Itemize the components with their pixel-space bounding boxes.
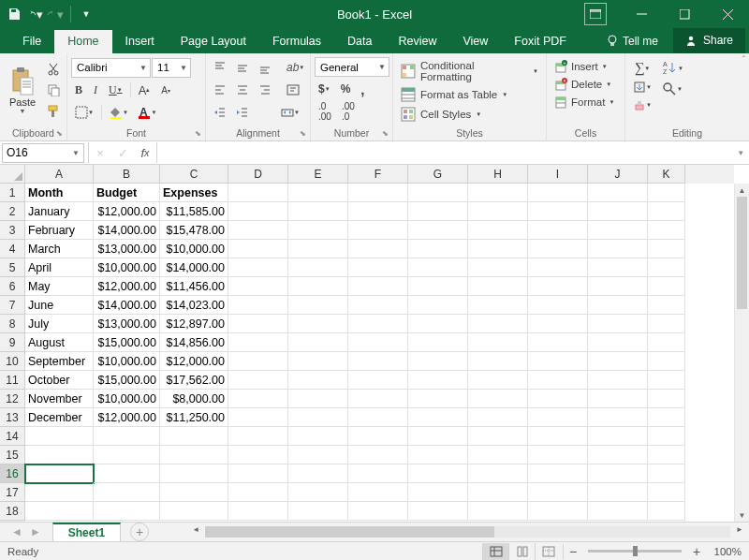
borders-icon[interactable]: ▼ <box>71 104 97 121</box>
cell[interactable] <box>288 277 348 296</box>
page-layout-view-icon[interactable] <box>508 543 535 560</box>
cell[interactable] <box>468 352 528 371</box>
cell[interactable] <box>648 464 685 483</box>
column-header[interactable]: C <box>160 165 228 184</box>
cell[interactable] <box>588 371 648 390</box>
cell[interactable] <box>528 446 588 464</box>
cell[interactable] <box>348 202 408 221</box>
sort-filter-icon[interactable]: AZ▼ <box>657 58 687 79</box>
cell[interactable] <box>528 352 588 371</box>
cell[interactable]: October <box>25 371 94 390</box>
cell[interactable] <box>468 446 528 464</box>
cell[interactable] <box>528 258 588 277</box>
cell[interactable] <box>588 258 648 277</box>
insert-function-icon[interactable]: fx <box>134 146 156 160</box>
cell[interactable] <box>348 408 408 427</box>
cell[interactable]: $14,856.00 <box>160 333 228 352</box>
accounting-format-icon[interactable]: $ ▼ <box>315 81 334 97</box>
zoom-in-button[interactable]: + <box>689 544 704 559</box>
row-header[interactable]: 7 <box>0 296 25 315</box>
cell[interactable] <box>288 483 348 502</box>
cell[interactable] <box>528 390 588 408</box>
cell[interactable] <box>408 483 468 502</box>
cell[interactable] <box>648 333 685 352</box>
cell[interactable]: $14,000.00 <box>94 221 160 240</box>
cell[interactable]: $13,000.00 <box>94 315 160 333</box>
cell[interactable]: $8,000.00 <box>160 390 228 408</box>
cell[interactable] <box>25 483 94 502</box>
cell[interactable] <box>408 184 468 202</box>
column-header[interactable]: I <box>528 165 588 184</box>
cell[interactable]: $11,585.00 <box>160 202 228 221</box>
increase-decimal-icon[interactable]: .0.00 <box>315 99 335 124</box>
cell[interactable]: March <box>25 240 94 258</box>
cell[interactable] <box>468 464 528 483</box>
tab-file[interactable]: File <box>9 30 54 53</box>
cell[interactable] <box>94 446 160 464</box>
cell[interactable] <box>94 502 160 521</box>
undo-icon[interactable]: ▾ <box>26 6 43 22</box>
cell[interactable] <box>528 315 588 333</box>
shrink-font-icon[interactable]: A▾ <box>157 83 174 97</box>
row-header[interactable]: 4 <box>0 240 25 258</box>
cell[interactable]: $10,000.00 <box>160 240 228 258</box>
cell[interactable] <box>288 202 348 221</box>
cell[interactable] <box>468 202 528 221</box>
cell[interactable] <box>228 427 288 446</box>
cell[interactable] <box>408 352 468 371</box>
row-header[interactable]: 14 <box>0 427 25 446</box>
row-header[interactable]: 3 <box>0 221 25 240</box>
cell[interactable] <box>348 315 408 333</box>
conditional-formatting-button[interactable]: Conditional Formatting▼ <box>397 58 542 84</box>
cell[interactable] <box>288 296 348 315</box>
cell[interactable] <box>348 502 408 521</box>
cell[interactable] <box>288 446 348 464</box>
align-left-icon[interactable] <box>210 81 230 98</box>
cell[interactable] <box>348 221 408 240</box>
cell[interactable] <box>588 390 648 408</box>
cell[interactable] <box>408 371 468 390</box>
cell[interactable]: December <box>25 408 94 427</box>
font-size-combo[interactable]: 11▼ <box>152 58 191 78</box>
cell[interactable] <box>588 221 648 240</box>
cell[interactable]: $15,000.00 <box>94 371 160 390</box>
tab-view[interactable]: View <box>449 30 501 53</box>
column-header[interactable]: D <box>228 165 288 184</box>
sheet-nav[interactable]: ◄► <box>0 525 52 538</box>
cell[interactable] <box>25 464 94 483</box>
cell[interactable] <box>160 464 228 483</box>
collapse-ribbon-icon[interactable]: ˆ <box>742 55 745 66</box>
cell[interactable] <box>468 277 528 296</box>
maximize-button[interactable] <box>663 0 706 28</box>
cell[interactable] <box>408 427 468 446</box>
cell[interactable] <box>528 371 588 390</box>
cell[interactable]: June <box>25 296 94 315</box>
minimize-button[interactable] <box>620 0 663 28</box>
cell[interactable] <box>228 371 288 390</box>
cell[interactable] <box>588 408 648 427</box>
cell[interactable] <box>468 371 528 390</box>
cell[interactable] <box>528 184 588 202</box>
cell[interactable]: Budget <box>94 184 160 202</box>
cell[interactable] <box>348 371 408 390</box>
wrap-text-icon[interactable] <box>283 81 303 98</box>
cell[interactable] <box>648 427 685 446</box>
cell[interactable] <box>408 258 468 277</box>
cell[interactable] <box>528 221 588 240</box>
cell[interactable] <box>160 502 228 521</box>
cell[interactable] <box>528 333 588 352</box>
font-color-icon[interactable]: A▼ <box>136 103 161 122</box>
scroll-up-icon[interactable]: ▲ <box>735 184 749 197</box>
cell[interactable] <box>648 446 685 464</box>
cell[interactable] <box>528 202 588 221</box>
horizontal-scroll-thumb[interactable] <box>205 526 493 538</box>
cell[interactable] <box>228 240 288 258</box>
cell[interactable] <box>348 184 408 202</box>
cell[interactable] <box>648 296 685 315</box>
horizontal-scrollbar[interactable] <box>205 526 730 538</box>
cell[interactable] <box>288 408 348 427</box>
cell[interactable]: Expenses <box>160 184 228 202</box>
cell[interactable] <box>588 352 648 371</box>
row-header[interactable]: 10 <box>0 352 25 371</box>
percent-format-icon[interactable]: % <box>337 81 355 97</box>
